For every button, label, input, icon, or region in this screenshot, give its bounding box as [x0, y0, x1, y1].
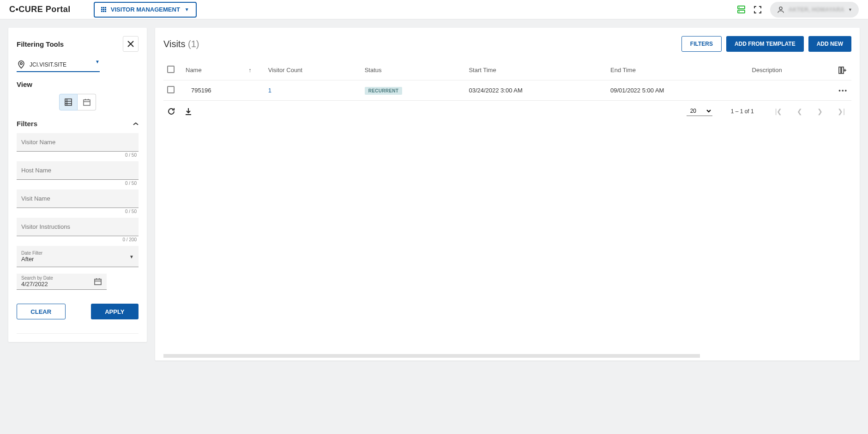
- filter-panel-title: Filtering Tools: [17, 40, 64, 48]
- visit-name-field[interactable]: [17, 189, 139, 208]
- svg-point-5: [20, 62, 22, 64]
- table-footer: 20 1 – 1 of 1 |❮ ❮ ❯ ❯|: [163, 101, 851, 122]
- row-checkbox[interactable]: [167, 86, 175, 93]
- view-toggle: [17, 94, 139, 110]
- svg-rect-14: [95, 279, 101, 285]
- site-selector[interactable]: JCI.VISIT.SITE ▼: [17, 60, 100, 72]
- horizontal-scrollbar[interactable]: [163, 354, 851, 358]
- search-date-field[interactable]: Search by Date 4/27/2022: [17, 274, 107, 290]
- app-logo: C•CURE Portal: [9, 5, 71, 14]
- download-button[interactable]: [185, 107, 192, 116]
- search-date-value: 4/27/2022: [21, 281, 94, 287]
- col-visitor-count[interactable]: Visitor Count: [265, 60, 361, 80]
- view-section-label: View: [17, 80, 139, 88]
- calendar-view-button[interactable]: [78, 94, 96, 110]
- caret-down-icon: ▼: [95, 59, 100, 64]
- visitor-instructions-field[interactable]: [17, 218, 139, 236]
- filter-panel: Filtering Tools JCI.VISIT.SITE ▼ View Fi…: [8, 28, 147, 342]
- col-start-time[interactable]: Start Time: [465, 60, 607, 80]
- collapse-filters-button[interactable]: [133, 122, 139, 126]
- fullscreen-icon[interactable]: [750, 2, 766, 18]
- prev-page-button[interactable]: ❮: [794, 108, 805, 115]
- main-panel: Visits (1) FILTERS ADD FROM TEMPLATE ADD…: [155, 28, 860, 361]
- host-name-input[interactable]: [21, 167, 134, 174]
- filters-button[interactable]: FILTERS: [681, 36, 722, 52]
- apps-grid-icon: [101, 7, 106, 12]
- app-header: C•CURE Portal VISITOR MANAGEMENT ▼ AKTER…: [0, 0, 868, 19]
- visitor-name-field[interactable]: [17, 133, 139, 152]
- site-select[interactable]: JCI.VISIT.SITE: [30, 61, 100, 68]
- location-pin-icon: [17, 60, 26, 69]
- svg-rect-19: [842, 67, 844, 73]
- add-from-template-button[interactable]: ADD FROM TEMPLATE: [726, 36, 804, 52]
- select-all-checkbox[interactable]: [167, 66, 175, 73]
- svg-point-2: [739, 7, 740, 8]
- date-filter-select[interactable]: Date Filter After ▼: [17, 246, 139, 267]
- cell-start-time: 03/24/2022 3:00 AM: [465, 80, 607, 101]
- date-filter-label: Date Filter: [21, 251, 134, 256]
- close-filter-panel-button[interactable]: [123, 36, 139, 52]
- page-size-select[interactable]: 20: [687, 106, 712, 116]
- cell-name: 795196: [182, 80, 265, 101]
- list-view-button[interactable]: [59, 94, 78, 110]
- refresh-button[interactable]: [167, 107, 175, 116]
- col-end-time[interactable]: End Time: [607, 60, 748, 80]
- page-title: Visits (1): [163, 39, 199, 49]
- calendar-icon[interactable]: [94, 277, 102, 286]
- row-actions-button[interactable]: •••: [838, 87, 848, 94]
- table-row[interactable]: 795196 1 RECURRENT 03/24/2022 3:00 AM 09…: [163, 80, 851, 101]
- clear-button[interactable]: CLEAR: [17, 304, 66, 319]
- visits-table: Name ↑ Visitor Count Status Start Time E…: [163, 60, 851, 101]
- filters-section-label: Filters: [17, 120, 37, 128]
- list-icon: [64, 98, 72, 106]
- visit-name-counter: 0 / 50: [17, 209, 139, 214]
- next-page-button[interactable]: ❯: [814, 108, 826, 115]
- server-status-icon[interactable]: [734, 2, 750, 18]
- col-status[interactable]: Status: [361, 60, 465, 80]
- sort-asc-icon: ↑: [248, 67, 252, 73]
- add-new-button[interactable]: ADD NEW: [808, 36, 851, 52]
- visitor-name-input[interactable]: [21, 139, 134, 146]
- pagination-range: 1 – 1 of 1: [731, 108, 754, 115]
- calendar-icon: [83, 98, 91, 106]
- visitor-name-counter: 0 / 50: [17, 153, 139, 158]
- col-name[interactable]: Name ↑: [182, 60, 265, 80]
- apply-button[interactable]: APPLY: [91, 304, 139, 319]
- host-name-counter: 0 / 50: [17, 181, 139, 186]
- last-page-button[interactable]: ❯|: [835, 108, 848, 115]
- user-name: AKTER, HOMAYARA: [789, 6, 844, 13]
- caret-down-icon: ▼: [129, 254, 134, 259]
- status-badge: RECURRENT: [365, 87, 402, 95]
- user-menu[interactable]: AKTER, HOMAYARA ▼: [770, 2, 859, 18]
- first-page-button[interactable]: |❮: [772, 108, 785, 115]
- caret-down-icon: ▼: [848, 7, 852, 12]
- search-date-label: Search by Date: [21, 275, 94, 281]
- cell-description: [748, 80, 835, 101]
- svg-rect-6: [65, 99, 72, 105]
- caret-down-icon: ▼: [185, 7, 189, 12]
- date-filter-value: After: [21, 256, 134, 263]
- cell-visitor-count[interactable]: 1: [268, 87, 271, 94]
- host-name-field[interactable]: [17, 161, 139, 180]
- svg-point-4: [779, 7, 782, 10]
- visits-count: (1): [188, 39, 199, 49]
- col-description[interactable]: Description: [748, 60, 835, 80]
- module-name: VISITOR MANAGEMENT: [111, 6, 180, 13]
- cell-end-time: 09/01/2022 5:00 AM: [607, 80, 748, 101]
- visitor-instructions-input[interactable]: [21, 223, 134, 230]
- download-icon: [185, 107, 192, 116]
- close-icon: [127, 41, 134, 47]
- visit-name-input[interactable]: [21, 195, 134, 202]
- divider: [17, 333, 139, 334]
- refresh-icon: [167, 107, 175, 116]
- svg-rect-10: [84, 100, 90, 105]
- person-icon: [777, 6, 785, 14]
- module-switcher[interactable]: VISITOR MANAGEMENT ▼: [94, 2, 197, 18]
- svg-rect-18: [839, 67, 841, 73]
- add-column-icon: [838, 67, 847, 74]
- visitor-instructions-counter: 0 / 200: [17, 237, 139, 242]
- column-settings-button[interactable]: [835, 60, 851, 80]
- chevron-up-icon: [133, 122, 139, 126]
- svg-point-3: [739, 11, 740, 12]
